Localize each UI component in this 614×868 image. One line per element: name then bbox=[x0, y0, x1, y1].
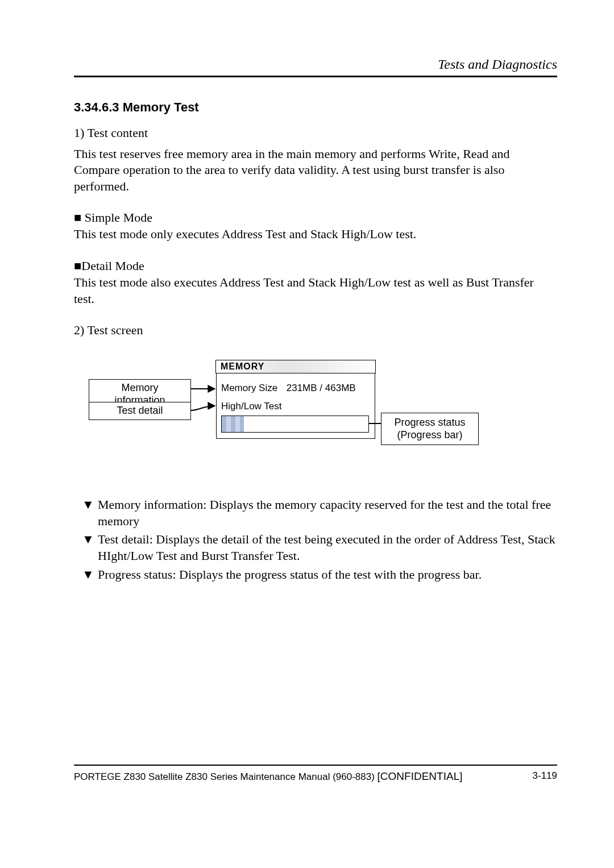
footer-rule bbox=[74, 765, 557, 766]
detail-mode-text: This test mode also executes Address Tes… bbox=[74, 275, 557, 307]
list-item-text: Memory information: Displays the memory … bbox=[98, 497, 557, 529]
simple-mode-text: This test mode only executes Address Tes… bbox=[74, 226, 557, 243]
callout-progress-line2: (Progress bar) bbox=[397, 429, 462, 441]
progress-bar bbox=[221, 416, 369, 433]
list-item: ▼ Memory information: Displays the memor… bbox=[82, 497, 557, 529]
footer-manual-name: PORTEGE Z830 Satellite Z830 Series Maint… bbox=[74, 771, 377, 782]
page-footer: PORTEGE Z830 Satellite Z830 Series Maint… bbox=[74, 765, 557, 783]
down-triangle-icon: ▼ bbox=[82, 497, 98, 529]
memory-size-label: Memory Size bbox=[221, 383, 284, 394]
callout-progress-status: Progress status (Progress bar) bbox=[381, 413, 479, 445]
memory-panel: MEMORY Memory Size 231MB / 463MB High/Lo… bbox=[216, 360, 375, 439]
list-item: ▼ Test detail: Displays the detail of th… bbox=[82, 531, 557, 564]
down-triangle-icon: ▼ bbox=[82, 531, 98, 564]
memory-size-row: Memory Size 231MB / 463MB bbox=[221, 383, 370, 394]
footer-confidential: [CONFIDENTIAL] bbox=[377, 770, 463, 782]
callout-progress-line1: Progress status bbox=[394, 417, 465, 428]
page-number: 3-119 bbox=[533, 770, 557, 783]
header-rule bbox=[74, 76, 557, 77]
memory-test-diagram: Memory information Test detail Progress … bbox=[80, 360, 500, 468]
callout-test-detail: Test detail bbox=[89, 402, 191, 420]
highlow-test-label: High/Low Test bbox=[221, 401, 370, 412]
test-screen-label: 2) Test screen bbox=[74, 323, 557, 338]
chapter-title: Tests and Diagnostics bbox=[74, 57, 557, 72]
progress-fill bbox=[222, 416, 244, 432]
simple-mode-label: ■ Simple Mode bbox=[74, 210, 557, 225]
down-triangle-icon: ▼ bbox=[82, 567, 98, 583]
memory-size-value: 231MB / 463MB bbox=[287, 383, 356, 393]
test-content-label: 1) Test content bbox=[74, 125, 557, 142]
list-item-text: Progress status: Displays the progress s… bbox=[98, 567, 557, 583]
detail-mode-label: ■Detail Mode bbox=[74, 259, 557, 273]
list-item-text: Test detail: Displays the detail of the … bbox=[98, 531, 557, 564]
section-heading: 3.34.6.3 Memory Test bbox=[74, 100, 557, 115]
footer-left: PORTEGE Z830 Satellite Z830 Series Maint… bbox=[74, 770, 462, 783]
description-list: ▼ Memory information: Displays the memor… bbox=[82, 497, 557, 583]
memory-panel-title: MEMORY bbox=[215, 360, 376, 373]
test-content-text: This test reserves free memory area in t… bbox=[74, 146, 557, 195]
list-item: ▼ Progress status: Displays the progress… bbox=[82, 567, 557, 583]
